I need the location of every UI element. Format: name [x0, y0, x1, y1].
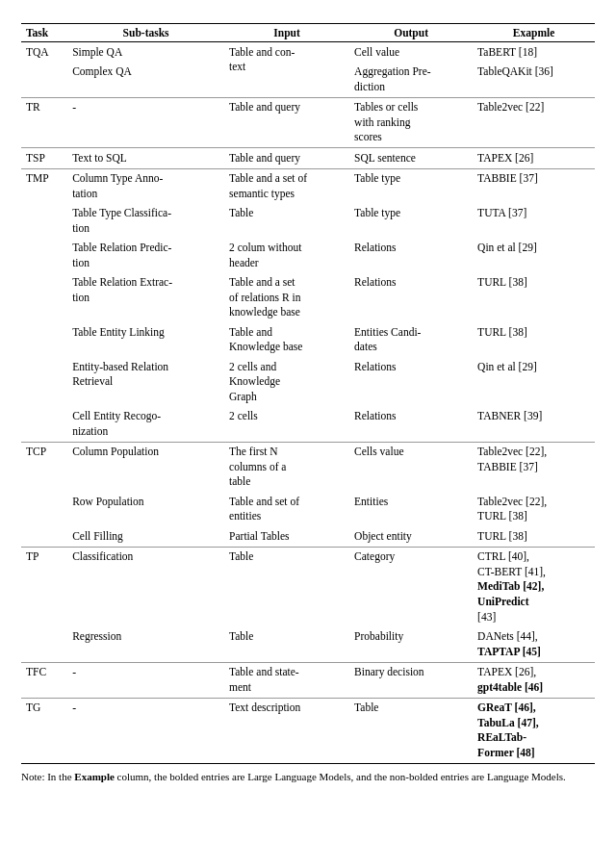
subtask-cell: Table Entity Linking	[67, 322, 224, 357]
input-cell: Table	[224, 627, 349, 663]
example-cell: Table2vec [22],TURL [38]	[473, 492, 595, 526]
input-cell: Partial Tables	[224, 526, 349, 547]
input-cell: Table and a setof relations R inknowledg…	[224, 273, 349, 323]
table-row: TFC-Table and state-mentBinary decisionT…	[21, 662, 595, 698]
output-cell: Table type	[349, 204, 473, 239]
example-cell: TURL [38]	[473, 526, 595, 547]
output-cell: Table type	[349, 168, 473, 204]
subtask-cell: Table Relation Extrac-tion	[67, 273, 224, 323]
subtask-cell: Text to SQL	[67, 148, 224, 169]
task-cell: TR	[21, 97, 67, 148]
example-cell: CTRL [40],CT-BERT [41],MediTab [42],UniP…	[473, 547, 595, 626]
table-row: TQASimple QATable and con-textCell value…	[21, 42, 595, 63]
task-cell: TG	[21, 698, 67, 763]
table-row: TPClassificationTableCategoryCTRL [40],C…	[21, 547, 595, 626]
subtask-cell: Table Type Classifica-tion	[67, 204, 224, 239]
col-subtasks: Sub-tasks	[67, 24, 224, 42]
subtask-cell: -	[67, 698, 224, 763]
table-row: TMPColumn Type Anno-tationTable and a se…	[21, 168, 595, 204]
input-cell: Table and query	[224, 148, 349, 169]
example-cell: GReaT [46],TabuLa [47],REaLTab-Former [4…	[473, 698, 595, 763]
output-cell: Cell value	[349, 42, 473, 63]
input-cell: Table and set ofentities	[224, 492, 349, 526]
table-row: TG-Text descriptionTableGReaT [46],TabuL…	[21, 698, 595, 763]
input-cell: 2 colum withoutheader	[224, 239, 349, 273]
subtask-cell: Simple QA	[67, 42, 224, 63]
example-cell: Qin et al [29]	[473, 239, 595, 273]
task-cell: TQA	[21, 42, 67, 98]
subtask-cell: -	[67, 662, 224, 698]
output-cell: Tables or cellswith rankingscores	[349, 97, 473, 148]
input-cell: Table and state-ment	[224, 662, 349, 698]
example-cell: TAPEX [26]	[473, 148, 595, 169]
output-cell: Relations	[349, 273, 473, 323]
table-row: Cell FillingPartial TablesObject entityT…	[21, 526, 595, 547]
example-cell: TABBIE [37]	[473, 168, 595, 204]
example-cell: TURL [38]	[473, 322, 595, 357]
example-cell: TUTA [37]	[473, 204, 595, 239]
table-note: Note: In the Example column, the bolded …	[21, 770, 595, 784]
input-cell: The first Ncolumns of atable	[224, 442, 349, 492]
example-cell: TaBERT [18]	[473, 42, 595, 63]
task-cell: TP	[21, 547, 67, 662]
table-row: Table Entity LinkingTable andKnowledge b…	[21, 322, 595, 357]
table-row: RegressionTableProbabilityDANets [44],TA…	[21, 627, 595, 663]
subtask-cell: -	[67, 97, 224, 148]
task-cell: TFC	[21, 662, 67, 698]
subtask-cell: Regression	[67, 627, 224, 663]
output-cell: Relations	[349, 357, 473, 407]
output-cell: Category	[349, 547, 473, 626]
input-cell: 2 cells andKnowledgeGraph	[224, 357, 349, 407]
example-cell: DANets [44],TAPTAP [45]	[473, 627, 595, 663]
example-cell: TABNER [39]	[473, 407, 595, 443]
example-cell: TableQAKit [36]	[473, 63, 595, 98]
header-row: Task Sub-tasks Input Output Exapmle	[21, 24, 595, 42]
example-cell: TURL [38]	[473, 273, 595, 323]
output-cell: Relations	[349, 407, 473, 443]
example-cell: Qin et al [29]	[473, 357, 595, 407]
subtask-cell: Cell Filling	[67, 526, 224, 547]
table-row: Cell Entity Recogo-nization2 cellsRelati…	[21, 407, 595, 443]
table-row: TR-Table and queryTables or cellswith ra…	[21, 97, 595, 148]
col-task: Task	[21, 24, 67, 42]
input-cell: Table andKnowledge base	[224, 322, 349, 357]
subtask-cell: Column Type Anno-tation	[67, 168, 224, 204]
subtask-cell: Table Relation Predic-tion	[67, 239, 224, 273]
output-cell: Relations	[349, 239, 473, 273]
subtask-cell: Column Population	[67, 442, 224, 492]
example-cell: Table2vec [22]	[473, 97, 595, 148]
subtask-cell: Row Population	[67, 492, 224, 526]
task-cell: TCP	[21, 442, 67, 547]
table-row: Table Relation Extrac-tionTable and a se…	[21, 273, 595, 323]
table-row: Entity-based RelationRetrieval2 cells an…	[21, 357, 595, 407]
example-cell: TAPEX [26],gpt4table [46]	[473, 662, 595, 698]
output-cell: Binary decision	[349, 662, 473, 698]
example-cell: Table2vec [22],TABBIE [37]	[473, 442, 595, 492]
main-table: Task Sub-tasks Input Output Exapmle TQAS…	[21, 23, 595, 764]
input-cell: 2 cells	[224, 407, 349, 443]
input-cell: Table	[224, 204, 349, 239]
table-row: Table Type Classifica-tionTableTable typ…	[21, 204, 595, 239]
input-cell: Table	[224, 547, 349, 626]
subtask-cell: Entity-based RelationRetrieval	[67, 357, 224, 407]
subtask-cell: Classification	[67, 547, 224, 626]
output-cell: SQL sentence	[349, 148, 473, 169]
input-cell: Text description	[224, 698, 349, 763]
subtask-cell: Complex QA	[67, 63, 224, 98]
output-cell: Entities Candi-dates	[349, 322, 473, 357]
col-example: Exapmle	[473, 24, 595, 42]
table-row: TSPText to SQLTable and querySQL sentenc…	[21, 148, 595, 169]
col-input: Input	[224, 24, 349, 42]
col-output: Output	[349, 24, 473, 42]
table-row: TCPColumn PopulationThe first Ncolumns o…	[21, 442, 595, 492]
output-cell: Cells value	[349, 442, 473, 492]
input-cell: Table and a set ofsemantic types	[224, 168, 349, 204]
input-cell: Table and query	[224, 97, 349, 148]
output-cell: Object entity	[349, 526, 473, 547]
output-cell: Entities	[349, 492, 473, 526]
input-cell: Table and con-text	[224, 42, 349, 98]
task-cell: TSP	[21, 148, 67, 169]
subtask-cell: Cell Entity Recogo-nization	[67, 407, 224, 443]
output-cell: Probability	[349, 627, 473, 663]
table-row: Row PopulationTable and set ofentitiesEn…	[21, 492, 595, 526]
